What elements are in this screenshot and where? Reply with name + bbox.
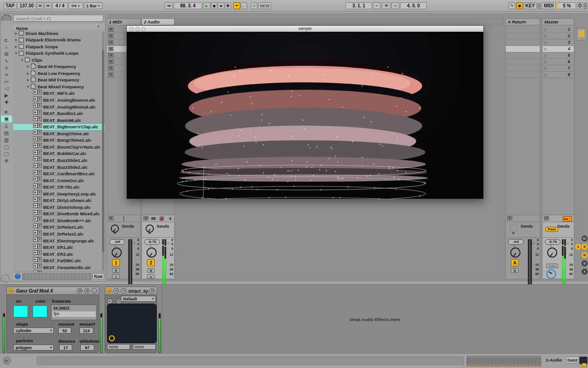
scene-fire-icon[interactable]: ▷ — [544, 73, 547, 77]
browser-tree-item[interactable]: ▸Flatpack Scope — [13, 43, 105, 50]
browser-file-item[interactable]: BEAT_BuzzSlide1.alc — [13, 157, 105, 163]
play-button[interactable]: ▶ — [203, 2, 210, 9]
browser-file-item[interactable]: BEAT_DeepSexyLoop.alc — [13, 190, 105, 197]
mixer-toggle-io[interactable]: IO — [582, 236, 588, 242]
browser-file-item[interactable]: BEAT_DiveBomb++.alc — [13, 217, 105, 224]
browser-file-item[interactable]: BEAT_ER2.alc — [13, 251, 105, 257]
scene-fire-icon[interactable]: ▷ — [544, 40, 547, 45]
sort-arrow-icon[interactable]: ▲ — [97, 24, 100, 28]
punch-in-position-display[interactable]: 3. 1. 1 — [345, 2, 372, 9]
tempo-display[interactable]: 137.00 — [17, 2, 36, 9]
add-folder-icon[interactable]: ⊕ — [1, 157, 12, 164]
track-activator-button[interactable]: 2 — [147, 259, 155, 266]
clip-stop-button[interactable] — [108, 60, 113, 64]
follow-button[interactable]: ⇥ — [164, 2, 173, 9]
current-project-icon[interactable]: ▤ — [1, 130, 12, 137]
clip-stop-button[interactable] — [108, 47, 113, 51]
arm-record-button[interactable]: ● — [147, 274, 155, 279]
groove-pool-button[interactable]: O●▼ — [68, 2, 83, 9]
browser-file-item[interactable]: BEAT_CardboardBox.alc — [13, 171, 105, 177]
xy-pad-handle[interactable] — [109, 335, 115, 341]
clip-slot[interactable] — [506, 72, 540, 78]
ganz-title-bar[interactable]: O Ganz Graf Mod X ⊟ ⊘ ▪ — [7, 287, 99, 295]
loop-length-display[interactable]: 4. 0. 0 — [400, 2, 427, 9]
mixer-toggle-x[interactable]: X — [582, 269, 588, 275]
draw-mode-button[interactable]: ✎ — [509, 2, 515, 9]
plugins-icon[interactable]: ◁ — [1, 85, 12, 92]
browser-file-item[interactable]: BEAT_Electrogrunge.alc — [13, 237, 105, 244]
clip-slot[interactable] — [506, 65, 540, 72]
store-icon[interactable]: ▪ — [91, 288, 97, 293]
device-drop-zone[interactable]: Drop Audio Effects Here — [162, 285, 588, 354]
clip-stop-button[interactable] — [108, 66, 113, 70]
post-toggle-button[interactable]: Post — [545, 227, 558, 232]
browser-tree-item[interactable]: ▾Flatpack Synthetik Loops — [13, 50, 105, 57]
scene-fire-icon[interactable]: ▷ — [544, 60, 547, 64]
preset-dropdown[interactable]: Default — [121, 296, 156, 302]
midi-map-button[interactable]: MIDI — [542, 2, 556, 9]
disclosure-triangle-icon[interactable]: ▾ — [21, 58, 25, 62]
browser-file-item[interactable]: BEAT_ER1.alc — [13, 244, 105, 251]
arrangement-position-display[interactable]: 88. 3. 4 — [174, 2, 202, 9]
browser-file-item[interactable]: BEAT_DrRelax2.alc — [13, 231, 105, 237]
follow-actions-button[interactable]: ▣ — [516, 2, 523, 9]
browser-file-item[interactable]: BEAT_BoomClap'n'Hats.alc — [13, 144, 105, 150]
browser-file-item[interactable]: BEAT_AnalogMinimal.alc — [13, 104, 105, 110]
clip-stop-button[interactable] — [108, 40, 113, 45]
time-signature-display[interactable]: 4 / 4 — [52, 2, 68, 9]
cue-volume-knob[interactable] — [546, 269, 556, 279]
track-activator-button[interactable]: 1 — [112, 259, 120, 266]
browser-file-item[interactable]: BEAT_AnalogBounce.alc — [13, 97, 105, 104]
clip-slot[interactable] — [506, 52, 540, 59]
disclosure-triangle-icon[interactable]: ▸ — [27, 78, 31, 82]
disclosure-triangle-icon[interactable]: ▾ — [27, 85, 31, 89]
browser-scrollbar-thumb[interactable] — [102, 50, 104, 253]
current-device-button[interactable]: Ganz — [566, 356, 579, 363]
session-record-button[interactable]: ○ — [251, 2, 257, 9]
scene-slot[interactable]: ▷2 — [543, 33, 574, 40]
folder-icon[interactable]: ▥ — [1, 137, 12, 144]
sample-window-titlebar[interactable]: sample — [127, 26, 483, 32]
browser-file-item[interactable]: BEAT_Bandito1.alc — [13, 110, 105, 117]
track-header-2-audio[interactable]: 2 Audio — [141, 18, 175, 25]
drums-icon[interactable]: ⊞ — [1, 51, 12, 58]
disclosure-triangle-icon[interactable]: ▸ — [15, 31, 19, 35]
raw-button[interactable]: Raw — [92, 273, 104, 279]
preview-headphone-icon[interactable]: ⌒ — [15, 273, 21, 279]
folder-icon[interactable]: ▢ — [1, 144, 12, 150]
samples-icon[interactable]: ✚ — [1, 99, 12, 106]
disclosure-triangle-icon[interactable]: ▸ — [15, 38, 19, 42]
browser-tree-item[interactable]: ▸Flatpack Electronik Drums — [13, 37, 105, 43]
clip-slot[interactable] — [506, 46, 540, 52]
record-button[interactable]: ● — [218, 2, 224, 9]
mixer-io-tab[interactable] — [576, 28, 587, 40]
sample-window[interactable]: sample — [126, 25, 484, 199]
pan-knob[interactable] — [510, 247, 520, 258]
browser-file-item[interactable]: BEAT_FiestaNordic.alc — [13, 264, 105, 270]
ganz-on-toggle[interactable] — [13, 305, 28, 317]
window-zoom-icon[interactable] — [141, 27, 146, 31]
tap-tempo-button[interactable]: TAP — [4, 2, 17, 9]
pan-knob[interactable] — [112, 247, 122, 258]
clip-stop-button[interactable] — [108, 73, 113, 77]
mousex-value[interactable]: 52 — [58, 328, 71, 334]
stop-button[interactable]: ■ — [211, 2, 217, 9]
device-ganz-graf[interactable]: O Ganz Graf Mod X ⊟ ⊘ ▪ on color framera… — [6, 287, 99, 353]
browser-file-item[interactable]: BEAT_DirtyLoDown.alc — [13, 197, 105, 204]
mixer-toggle-d[interactable]: D — [582, 260, 588, 266]
track-header-1-midi[interactable]: 1 MIDI — [107, 18, 141, 25]
audio-effects-icon[interactable]: ≡ — [1, 64, 12, 71]
stop-all-clips-button[interactable]: ▶■ — [563, 216, 572, 222]
nudge-up-button[interactable]: ‖‖ — [45, 2, 51, 9]
scene-slot[interactable]: ▷1 — [543, 27, 574, 33]
browser-file-item[interactable]: BEAT_CR-781.alc — [13, 184, 105, 190]
capture-new-button[interactable]: NEW — [258, 2, 271, 9]
nudge-down-button[interactable]: ‖‖ — [37, 2, 44, 9]
pan-knob[interactable] — [547, 247, 557, 258]
browser-tree-item[interactable]: ▾Beat Mixed Frequency — [13, 83, 105, 90]
clip-slot[interactable] — [506, 40, 540, 46]
ganz-color-toggle[interactable] — [33, 305, 47, 317]
info-play-icon[interactable]: ▶ — [3, 356, 11, 365]
re-enable-automation-button[interactable]: ← — [241, 2, 247, 9]
browser-tree-item[interactable]: ▾Clips — [13, 57, 105, 63]
